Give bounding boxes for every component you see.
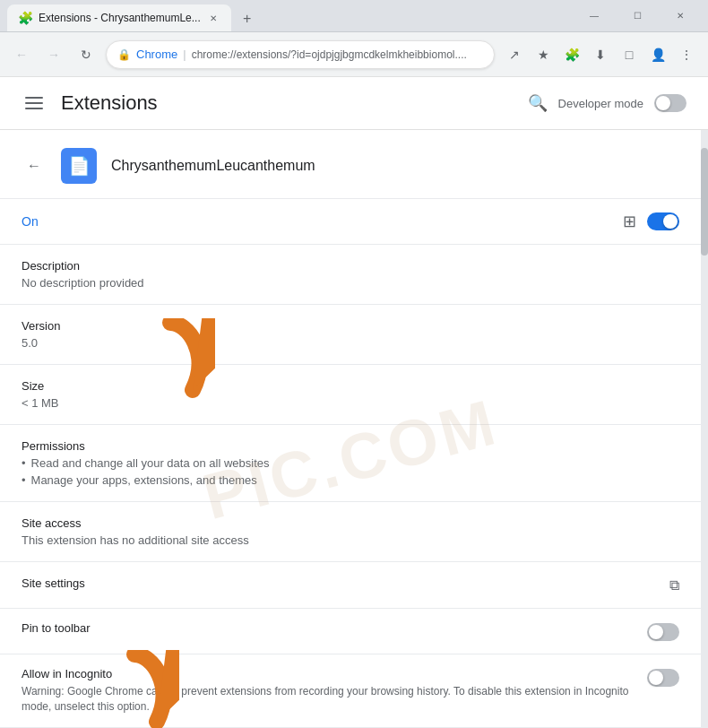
version-section: Version 5.0	[0, 305, 701, 365]
incognito-label: Allow in Incognito	[22, 667, 633, 680]
extension-logo: 📄	[61, 148, 97, 184]
tab-close-button[interactable]: ✕	[206, 11, 220, 25]
permission-text-1: Read and change all your data on all web…	[31, 456, 270, 470]
bookmark-icon[interactable]: ★	[531, 42, 556, 67]
hamburger-menu[interactable]	[22, 93, 47, 113]
developer-mode-label: Developer mode	[558, 97, 643, 110]
security-icon: 🔒	[117, 48, 131, 61]
hamburger-line-3	[25, 108, 43, 109]
menu-icon[interactable]: ⋮	[674, 42, 699, 67]
version-label: Version	[22, 319, 679, 333]
extension-name: ChrysanthemumLeucanthemum	[111, 158, 315, 174]
toggle-knob	[663, 214, 678, 229]
close-button[interactable]: ✕	[660, 2, 701, 30]
extensions-icon[interactable]: 🧩	[559, 42, 584, 67]
page-content: Extensions 🔍 Developer mode PIC.COM	[0, 77, 708, 728]
site-access-section: Site access This extension has no additi…	[0, 502, 701, 562]
pin-toggle-knob	[649, 625, 663, 639]
pin-to-toolbar-row: Pin to toolbar	[0, 609, 701, 654]
status-right: ⊞	[623, 212, 679, 231]
cast-icon[interactable]: □	[617, 42, 642, 67]
scrollbar-thumb[interactable]	[701, 148, 708, 256]
back-button[interactable]: ←	[9, 42, 34, 67]
pin-label: Pin to toolbar	[22, 621, 91, 635]
pin-text: Pin to toolbar	[22, 621, 91, 638]
size-value: < 1 MB	[22, 396, 679, 410]
header-left: Extensions	[22, 91, 158, 115]
site-settings-label: Site settings	[22, 576, 85, 590]
external-link-icon: ⧉	[669, 577, 679, 594]
description-label: Description	[22, 259, 679, 273]
toolbar-icons: ↗ ★ 🧩 ⬇ □ 👤 ⋮	[502, 42, 699, 67]
extensions-header: Extensions 🔍 Developer mode	[0, 77, 708, 130]
incognito-toggle-knob	[649, 671, 663, 685]
status-row: On ⊞	[0, 199, 701, 245]
url-separator: |	[183, 48, 186, 61]
forward-button[interactable]: →	[41, 42, 66, 67]
bullet-1: •	[22, 456, 26, 470]
incognito-row: Allow in Incognito Warning: Google Chrom…	[0, 654, 701, 728]
hamburger-line-2	[25, 102, 43, 104]
back-button[interactable]: ←	[22, 153, 47, 178]
titlebar: 🧩 Extensions - ChrysanthemumLe... ✕ + — …	[0, 0, 708, 32]
size-section: Size < 1 MB	[0, 365, 701, 425]
address-bar: ← → ↻ 🔒 Chrome | chrome://extensions/?id…	[0, 32, 708, 77]
permission-item-2: • Manage your apps, extensions, and them…	[22, 473, 679, 487]
incognito-text: Allow in Incognito Warning: Google Chrom…	[22, 667, 633, 715]
chrome-label: Chrome	[136, 48, 177, 61]
description-section: Description No description provided	[0, 245, 701, 305]
permission-item-1: • Read and change all your data on all w…	[22, 456, 679, 470]
permissions-section: Permissions • Read and change all your d…	[0, 425, 701, 502]
permission-text-2: Manage your apps, extensions, and themes	[31, 473, 257, 487]
hamburger-line-1	[25, 97, 43, 99]
site-access-label: Site access	[22, 516, 679, 530]
version-value: 5.0	[22, 336, 679, 350]
grid-view-icon[interactable]: ⊞	[623, 212, 636, 231]
window-controls: — ☐ ✕	[574, 2, 701, 30]
permissions-label: Permissions	[22, 439, 679, 453]
minimize-button[interactable]: —	[574, 2, 615, 30]
page-title: Extensions	[61, 91, 158, 115]
site-access-value: This extension has no additional site ac…	[22, 533, 679, 547]
detail-header: ← 📄 ChrysanthemumLeucanthemum	[0, 130, 701, 199]
extensions-page: Extensions 🔍 Developer mode PIC.COM	[0, 77, 708, 728]
pin-toggle[interactable]	[647, 623, 679, 641]
incognito-desc: Warning: Google Chrome cannot prevent ex…	[22, 684, 633, 715]
url-text: chrome://extensions/?id=ojdpjgjbgmcdkelm…	[192, 48, 467, 61]
tab-title: Extensions - ChrysanthemumLe...	[39, 12, 201, 24]
search-icon[interactable]: 🔍	[528, 93, 548, 113]
omnibox[interactable]: 🔒 Chrome | chrome://extensions/?id=ojdpj…	[106, 40, 495, 69]
extension-logo-icon: 📄	[68, 155, 91, 177]
extension-detail-panel: ← 📄 ChrysanthemumLeucanthemum On ⊞	[0, 130, 701, 728]
size-label: Size	[22, 379, 679, 393]
incognito-toggle[interactable]	[647, 669, 679, 687]
profile-icon[interactable]: 👤	[645, 42, 670, 67]
bullet-2: •	[22, 473, 26, 487]
new-tab-button[interactable]: +	[235, 6, 260, 31]
status-label: On	[22, 214, 39, 229]
developer-mode-toggle[interactable]	[654, 94, 686, 112]
scroll-inner: PIC.COM ← 📄 ChrysanthemumLeucanthemum	[0, 130, 701, 728]
main-scroll[interactable]: PIC.COM ← 📄 ChrysanthemumLeucanthemum	[0, 130, 701, 728]
tab-favicon: 🧩	[18, 11, 33, 25]
scrollbar[interactable]	[701, 130, 708, 728]
toggle-knob	[656, 96, 670, 110]
extension-enable-toggle[interactable]	[647, 212, 679, 230]
share-icon[interactable]: ↗	[502, 42, 527, 67]
maximize-button[interactable]: ☐	[617, 2, 658, 30]
download-icon[interactable]: ⬇	[588, 42, 613, 67]
header-right: 🔍 Developer mode	[528, 93, 686, 113]
content-area: PIC.COM ← 📄 ChrysanthemumLeucanthemum	[0, 130, 708, 728]
description-value: No description provided	[22, 276, 679, 290]
tab-strip: 🧩 Extensions - ChrysanthemumLe... ✕ +	[7, 0, 574, 31]
active-tab[interactable]: 🧩 Extensions - ChrysanthemumLe... ✕	[7, 4, 231, 31]
site-settings-row[interactable]: Site settings ⧉	[0, 562, 701, 609]
refresh-button[interactable]: ↻	[73, 42, 99, 67]
